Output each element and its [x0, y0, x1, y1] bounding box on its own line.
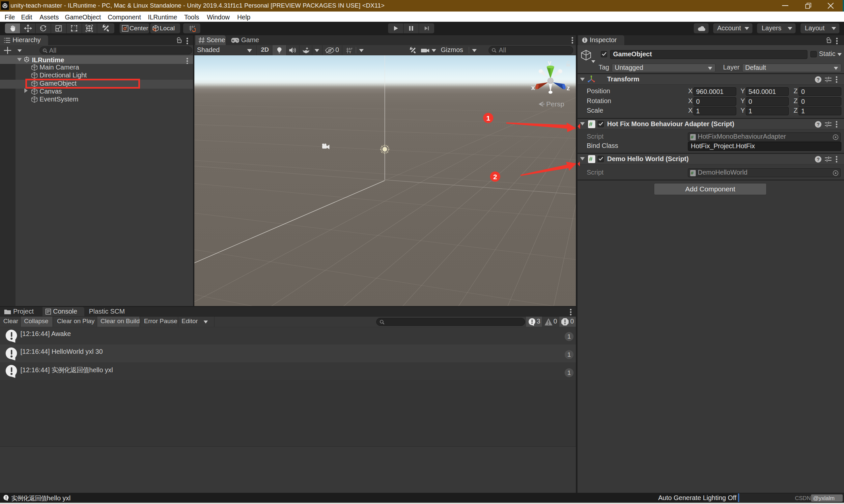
svg-text:Y: Y [349, 50, 352, 54]
svg-text:1: 1 [486, 114, 490, 122]
svg-text:?: ? [816, 77, 820, 82]
svg-text:?: ? [816, 157, 820, 162]
svg-text:2: 2 [493, 173, 497, 181]
svg-text:Persp: Persp [546, 100, 564, 108]
svg-text:x: x [531, 84, 535, 91]
svg-text:y: y [547, 59, 552, 66]
svg-text:?: ? [816, 122, 820, 127]
svg-text:z: z [567, 84, 570, 92]
